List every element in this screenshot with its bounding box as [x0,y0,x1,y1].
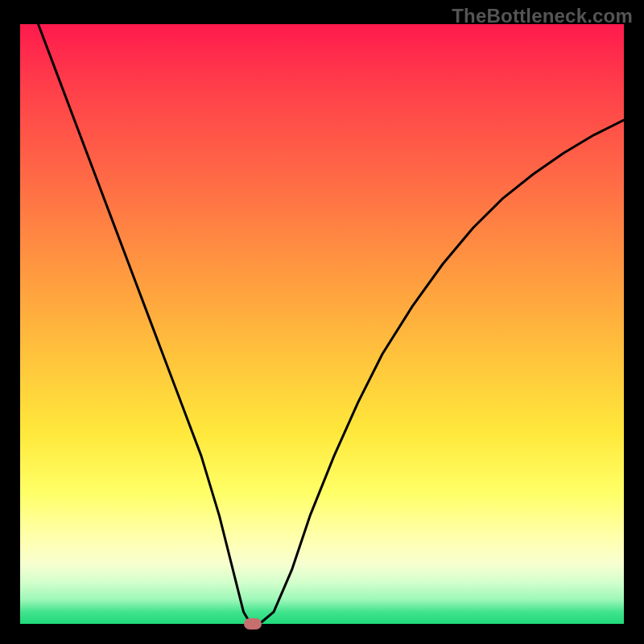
plot-area [20,24,624,624]
chart-frame: TheBottleneck.com [0,0,644,644]
bottleneck-curve [20,24,624,624]
watermark-text: TheBottleneck.com [452,5,633,27]
minimum-marker [244,618,262,630]
